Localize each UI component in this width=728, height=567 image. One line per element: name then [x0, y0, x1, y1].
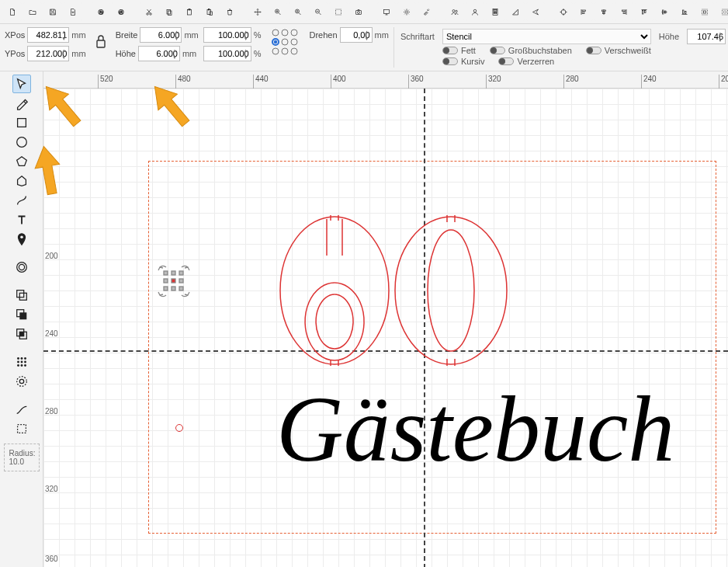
open-file-button[interactable] — [23, 2, 42, 21]
boolean-subtract-tool[interactable] — [12, 305, 31, 324]
svg-point-56 — [291, 48, 297, 54]
svg-rect-47 — [97, 40, 105, 47]
tools-wrench-button[interactable] — [418, 2, 436, 21]
polygon-tool[interactable] — [12, 152, 31, 171]
fett-toggle[interactable]: Fett — [442, 46, 476, 55]
svg-point-3 — [150, 12, 152, 15]
svg-point-49 — [282, 30, 288, 36]
rectangle-tool[interactable] — [12, 113, 31, 132]
paste-button[interactable] — [180, 2, 199, 21]
svg-point-26 — [495, 12, 496, 12]
svg-point-2 — [147, 12, 149, 15]
xpos-spinner[interactable]: ▲▼ — [59, 28, 68, 42]
export-button[interactable] — [64, 2, 82, 21]
svg-rect-24 — [494, 9, 497, 11]
ruler-triangle-button[interactable] — [506, 2, 525, 21]
text-object-script[interactable]: Gästebuch — [276, 376, 674, 483]
zoom-fit-button[interactable] — [289, 2, 307, 21]
drehen-label: Drehen — [309, 30, 337, 40]
settings-button[interactable] — [397, 2, 416, 21]
svg-point-70 — [17, 357, 19, 360]
svg-point-80 — [19, 379, 23, 383]
save-file-button[interactable] — [43, 2, 62, 21]
svg-rect-64 — [19, 293, 26, 300]
svg-rect-69 — [19, 332, 23, 336]
align-center-button[interactable] — [595, 2, 613, 21]
distribute-box-button[interactable] — [695, 2, 714, 21]
target-button[interactable] — [554, 2, 573, 21]
verzerren-toggle[interactable]: Verzerren — [498, 57, 554, 66]
kursiv-toggle[interactable]: Kursiv — [442, 57, 485, 66]
boolean-union-tool[interactable] — [12, 286, 31, 304]
select-box-button[interactable] — [329, 2, 348, 21]
svg-rect-46 — [723, 9, 728, 15]
boolean-intersect-tool[interactable] — [12, 325, 31, 343]
monitor-button[interactable] — [377, 2, 396, 21]
breite-spinner[interactable]: ▲▼ — [172, 28, 181, 42]
offset-tool[interactable] — [12, 258, 31, 277]
canvas[interactable]: 520480440400360320280240200 200240280320… — [43, 71, 728, 567]
svg-rect-81 — [17, 425, 26, 433]
align-bottom-button[interactable] — [675, 2, 694, 21]
pin-tool[interactable] — [12, 230, 31, 249]
blur-tool[interactable] — [12, 400, 31, 419]
gross-toggle[interactable]: Großbuchstaben — [490, 46, 572, 55]
svg-rect-43 — [685, 11, 687, 13]
align-left-button[interactable] — [574, 2, 593, 21]
align-middle-button[interactable] — [655, 2, 674, 21]
ellipse-tool[interactable] — [12, 133, 31, 151]
align-right-button[interactable] — [615, 2, 633, 21]
send-button[interactable] — [526, 2, 545, 21]
cut-button[interactable] — [140, 2, 158, 21]
svg-rect-18 — [384, 9, 390, 13]
calc-button[interactable] — [486, 2, 504, 21]
text-tool[interactable] — [12, 210, 31, 229]
distribute-button[interactable] — [716, 2, 728, 21]
svg-rect-91 — [172, 287, 175, 290]
ypos-spinner[interactable]: ▲▼ — [59, 47, 68, 61]
star-tool[interactable] — [12, 172, 31, 190]
svg-point-75 — [24, 361, 26, 364]
svg-rect-85 — [172, 271, 175, 275]
copy-button[interactable] — [160, 2, 179, 21]
camera-button[interactable] — [349, 2, 368, 21]
delete-button[interactable] — [220, 2, 239, 21]
selected-ellipse-object[interactable] — [175, 424, 183, 432]
hoehe-label: Höhe — [116, 49, 136, 58]
grid-area[interactable]: 200240280320360 — [43, 89, 728, 567]
ruler-horizontal: 520480440400360320280240200 — [43, 71, 728, 89]
svg-point-60 — [20, 236, 23, 239]
schriftart-select[interactable]: Stencil — [442, 29, 651, 44]
svg-rect-44 — [702, 9, 708, 15]
crop-tool[interactable] — [12, 419, 31, 438]
svg-point-17 — [358, 11, 360, 13]
move-button[interactable] — [248, 2, 267, 21]
verschweisst-toggle[interactable]: Verschweißt — [586, 46, 651, 55]
svg-rect-84 — [164, 271, 168, 275]
zoom-out-button[interactable] — [309, 2, 328, 21]
clipboard-paste-button[interactable] — [200, 2, 219, 21]
svg-point-19 — [406, 11, 408, 13]
curve-tool[interactable] — [12, 191, 31, 210]
lock-aspect-button[interactable] — [94, 27, 108, 55]
anchor-picker[interactable] — [270, 27, 300, 58]
pen-tool[interactable] — [12, 94, 31, 113]
hoehe-spinner[interactable]: ▲▼ — [170, 47, 179, 61]
zoom-in-button[interactable] — [269, 2, 287, 21]
redo-button[interactable] — [112, 2, 130, 21]
text-object-60[interactable] — [276, 213, 517, 368]
new-file-button[interactable] — [3, 2, 22, 21]
mask-tool[interactable] — [12, 372, 31, 391]
grid-dots-tool[interactable] — [12, 353, 31, 371]
svg-point-53 — [291, 39, 297, 45]
svg-point-61 — [16, 263, 26, 273]
svg-point-22 — [473, 9, 477, 12]
align-top-button[interactable] — [635, 2, 653, 21]
undo-button[interactable] — [92, 2, 110, 21]
select-cursor-tool[interactable] — [12, 75, 31, 93]
svg-point-59 — [16, 137, 26, 148]
transform-handles[interactable] — [156, 263, 192, 299]
users-button[interactable] — [445, 2, 464, 21]
user-button[interactable] — [466, 2, 484, 21]
ypos-label: YPos — [5, 49, 25, 58]
